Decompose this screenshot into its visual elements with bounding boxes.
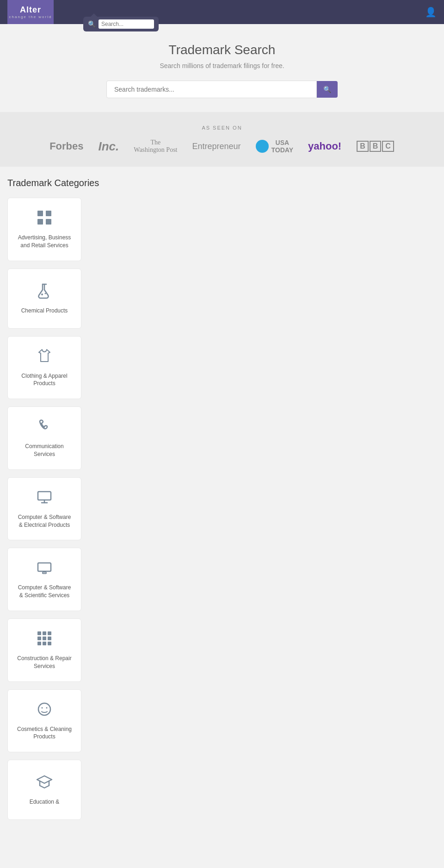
- svg-rect-20: [43, 642, 46, 645]
- svg-rect-17: [43, 637, 46, 640]
- svg-rect-2: [37, 219, 43, 225]
- education-label: Education &: [30, 798, 60, 806]
- category-card-advertising[interactable]: Advertising, Business and Retail Service…: [7, 198, 81, 261]
- svg-rect-16: [37, 637, 41, 640]
- logo-bbc: B B C: [356, 141, 395, 152]
- search-popup-input[interactable]: [99, 19, 154, 29]
- svg-rect-19: [37, 642, 41, 645]
- svg-point-24: [46, 707, 48, 708]
- category-card-communication[interactable]: Communication Services: [7, 406, 81, 470]
- svg-point-5: [41, 293, 43, 295]
- svg-rect-10: [38, 563, 51, 571]
- svg-rect-3: [46, 219, 51, 225]
- svg-rect-14: [43, 631, 46, 635]
- search-popup: 🔍: [83, 17, 159, 31]
- computer-scientific-label: Computer & Software & Scientific Service…: [15, 584, 74, 599]
- category-card-computer-scientific[interactable]: Computer & Software & Scientific Service…: [7, 548, 81, 611]
- svg-rect-7: [38, 492, 51, 500]
- search-popup-icon: 🔍: [88, 20, 96, 28]
- logo-usa-today: USATODAY: [256, 139, 293, 154]
- logo-text: Alter: [20, 5, 41, 15]
- communication-label: Communication Services: [15, 443, 74, 458]
- logo[interactable]: Alter change the world: [7, 0, 54, 24]
- logo-entrepreneur: Entrepreneur: [192, 142, 240, 151]
- svg-point-23: [42, 707, 43, 708]
- logos-row: Forbes Inc. TheWashington Post Entrepren…: [9, 139, 435, 154]
- construction-icon: [36, 630, 53, 650]
- usa-circle: [256, 140, 269, 153]
- advertising-label: Advertising, Business and Retail Service…: [15, 234, 74, 250]
- logo-sub: change the world: [9, 15, 52, 19]
- category-card-computer-electrical[interactable]: Computer & Software & Electrical Product…: [7, 477, 81, 541]
- chemical-label: Chemical Products: [21, 307, 68, 315]
- construction-label: Construction & Repair Services: [15, 655, 74, 670]
- category-card-chemical[interactable]: Chemical Products: [7, 269, 81, 329]
- svg-rect-21: [48, 642, 51, 645]
- category-card-education[interactable]: Education &: [7, 760, 81, 820]
- user-icon[interactable]: 👤: [425, 6, 437, 18]
- computer-electrical-label: Computer & Software & Electrical Product…: [15, 513, 74, 529]
- hero-subtitle: Search millions of trademark filings for…: [9, 62, 435, 69]
- as-seen-on-section: AS SEEN ON Forbes Inc. TheWashington Pos…: [0, 112, 444, 167]
- categories-title: Trademark Categories: [7, 178, 437, 188]
- search-bar: 🔍: [106, 81, 338, 98]
- usa-today-text: USATODAY: [271, 139, 293, 154]
- category-card-construction[interactable]: Construction & Repair Services: [7, 618, 81, 682]
- logo-forbes: Forbes: [49, 140, 83, 152]
- computer-scientific-icon: [36, 559, 53, 579]
- svg-rect-18: [48, 637, 51, 640]
- communication-icon: [36, 418, 53, 438]
- hero-title: Trademark Search: [9, 43, 435, 57]
- clothing-icon: [36, 348, 53, 368]
- svg-rect-11: [43, 572, 46, 574]
- computer-electrical-icon: [36, 489, 53, 509]
- clothing-label: Clothing & Apparel Products: [15, 372, 74, 388]
- categories-section: Trademark Categories Advertising, Busine…: [0, 167, 444, 846]
- logo-inc: Inc.: [99, 139, 119, 154]
- category-card-cosmetics[interactable]: Cosmetics & Cleaning Products: [7, 689, 81, 753]
- category-card-clothing[interactable]: Clothing & Apparel Products: [7, 336, 81, 400]
- logo-wapo: TheWashington Post: [134, 139, 177, 154]
- chemical-icon: [36, 282, 53, 302]
- svg-rect-13: [37, 631, 41, 635]
- hero-section: Trademark Search Search millions of trad…: [0, 24, 444, 112]
- search-button[interactable]: 🔍: [317, 81, 338, 98]
- advertising-icon: [36, 209, 53, 229]
- logo-yahoo: yahoo!: [308, 140, 341, 152]
- education-icon: [36, 774, 53, 793]
- cosmetics-icon: [36, 701, 53, 721]
- svg-point-6: [45, 293, 46, 294]
- svg-rect-1: [46, 211, 51, 216]
- search-input[interactable]: [106, 81, 317, 98]
- navbar: Alter change the world 🔍 👤: [0, 0, 444, 24]
- svg-rect-15: [48, 631, 51, 635]
- svg-rect-0: [37, 211, 43, 216]
- svg-point-22: [38, 703, 50, 715]
- cosmetics-label: Cosmetics & Cleaning Products: [15, 725, 74, 741]
- as-seen-on-label: AS SEEN ON: [9, 125, 435, 131]
